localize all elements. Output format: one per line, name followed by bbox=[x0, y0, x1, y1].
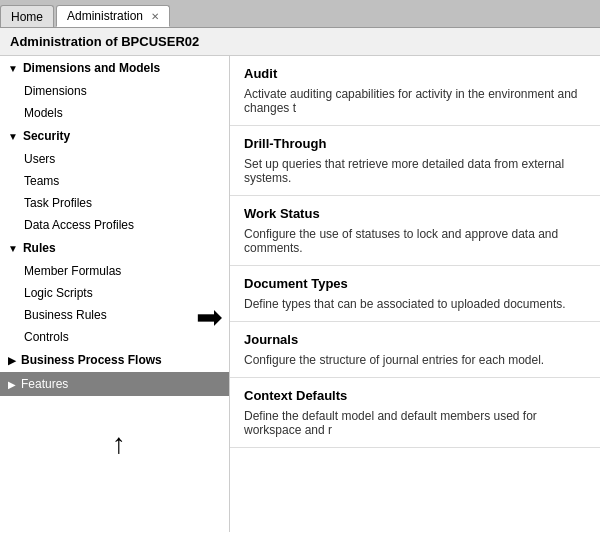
content-desc-journals: Configure the structure of journal entri… bbox=[244, 353, 586, 367]
content-desc-work-status: Configure the use of statuses to lock an… bbox=[244, 227, 586, 255]
content-section-context-defaults: Context Defaults Define the default mode… bbox=[230, 378, 600, 448]
tab-administration[interactable]: Administration ✕ bbox=[56, 5, 170, 27]
content-title-journals: Journals bbox=[244, 332, 586, 347]
tab-administration-label: Administration bbox=[67, 9, 143, 23]
content-title-drill-through: Drill-Through bbox=[244, 136, 586, 151]
sidebar-item-controls[interactable]: Controls bbox=[0, 326, 229, 348]
expand-icon: ▶ bbox=[8, 379, 16, 390]
content-section-journals: Journals Configure the structure of jour… bbox=[230, 322, 600, 378]
sidebar-item-business-rules[interactable]: Business Rules bbox=[0, 304, 229, 326]
sidebar-group-business-process-flows[interactable]: ▶ Business Process Flows bbox=[0, 348, 229, 372]
sidebar-group-label: Rules bbox=[23, 241, 56, 255]
content-section-document-types: Document Types Define types that can be … bbox=[230, 266, 600, 322]
expand-icon: ▼ bbox=[8, 63, 18, 74]
content-section-work-status: Work Status Configure the use of statuse… bbox=[230, 196, 600, 266]
sidebar-item-member-formulas[interactable]: Member Formulas bbox=[0, 260, 229, 282]
content-title-audit: Audit bbox=[244, 66, 586, 81]
content-desc-audit: Activate auditing capabilities for activ… bbox=[244, 87, 586, 115]
sidebar-section: ▼ Dimensions and Models Dimensions Model… bbox=[0, 56, 229, 396]
sidebar-item-logic-scripts[interactable]: Logic Scripts bbox=[0, 282, 229, 304]
sidebar-item-models[interactable]: Models bbox=[0, 102, 229, 124]
page-header: Administration of BPCUSER02 bbox=[0, 28, 600, 56]
content-desc-drill-through: Set up queries that retrieve more detail… bbox=[244, 157, 586, 185]
content-area: Audit Activate auditing capabilities for… bbox=[230, 56, 600, 532]
expand-icon: ▼ bbox=[8, 243, 18, 254]
sidebar-item-task-profiles[interactable]: Task Profiles bbox=[0, 192, 229, 214]
content-section-drill-through: Drill-Through Set up queries that retrie… bbox=[230, 126, 600, 196]
sidebar-item-data-access-profiles[interactable]: Data Access Profiles bbox=[0, 214, 229, 236]
tab-close-icon[interactable]: ✕ bbox=[151, 11, 159, 22]
content-title-work-status: Work Status bbox=[244, 206, 586, 221]
sidebar-item-dimensions[interactable]: Dimensions bbox=[0, 80, 229, 102]
sidebar-group-label: Dimensions and Models bbox=[23, 61, 160, 75]
sidebar-group-dimensions-and-models[interactable]: ▼ Dimensions and Models bbox=[0, 56, 229, 80]
content-desc-context-defaults: Define the default model and default mem… bbox=[244, 409, 586, 437]
sidebar-features-label: Features bbox=[21, 377, 68, 391]
content-title-context-defaults: Context Defaults bbox=[244, 388, 586, 403]
tab-bar: Home Administration ✕ bbox=[0, 0, 600, 28]
sidebar-item-teams[interactable]: Teams bbox=[0, 170, 229, 192]
sidebar-group-label: Business Process Flows bbox=[21, 353, 162, 367]
page-title: Administration of BPCUSER02 bbox=[10, 34, 199, 49]
sidebar-item-features[interactable]: ▶ Features bbox=[0, 372, 229, 396]
main-layout: ▼ Dimensions and Models Dimensions Model… bbox=[0, 56, 600, 532]
tab-home[interactable]: Home bbox=[0, 5, 54, 27]
expand-icon: ▼ bbox=[8, 131, 18, 142]
sidebar-item-users[interactable]: Users bbox=[0, 148, 229, 170]
expand-icon: ▶ bbox=[8, 355, 16, 366]
sidebar-group-rules[interactable]: ▼ Rules bbox=[0, 236, 229, 260]
tab-home-label: Home bbox=[11, 10, 43, 24]
sidebar-group-security[interactable]: ▼ Security bbox=[0, 124, 229, 148]
content-desc-document-types: Define types that can be associated to u… bbox=[244, 297, 586, 311]
content-section-audit: Audit Activate auditing capabilities for… bbox=[230, 56, 600, 126]
sidebar-group-label: Security bbox=[23, 129, 70, 143]
content-title-document-types: Document Types bbox=[244, 276, 586, 291]
sidebar: ▼ Dimensions and Models Dimensions Model… bbox=[0, 56, 230, 532]
